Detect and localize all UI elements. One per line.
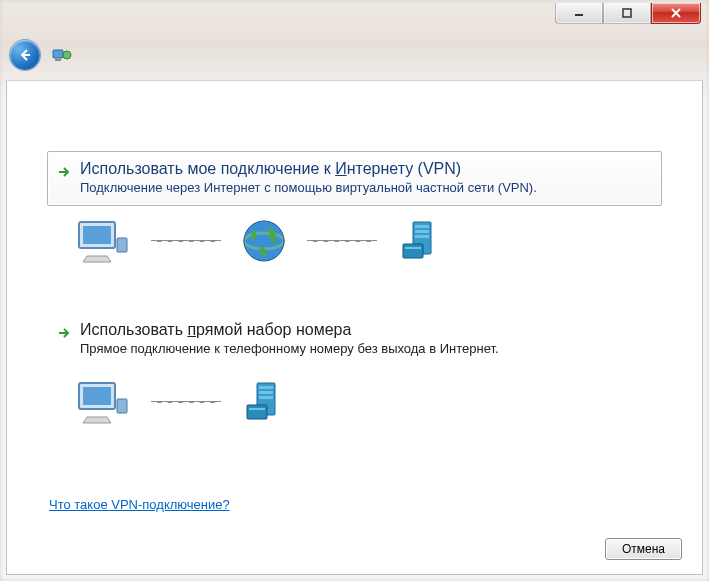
svg-rect-23: [259, 396, 273, 399]
window-controls: [555, 3, 701, 25]
svg-rect-15: [403, 244, 423, 258]
option-vpn-desc: Подключение через Интернет с помощью вир…: [80, 180, 537, 195]
arrow-right-icon: [56, 164, 72, 180]
option-dialup[interactable]: Использовать прямой набор номера Прямое …: [47, 312, 662, 367]
svg-rect-0: [575, 14, 583, 16]
globe-icon: [239, 216, 289, 266]
arrow-left-icon: [17, 47, 33, 63]
close-button[interactable]: [651, 3, 701, 24]
svg-rect-18: [83, 387, 111, 405]
cancel-button[interactable]: Отмена: [605, 538, 682, 560]
arrow-right-icon: [56, 325, 72, 341]
computer-icon: [73, 377, 133, 427]
connector-line: [307, 240, 377, 242]
server-icon: [395, 216, 445, 266]
connector-line: [151, 240, 221, 242]
svg-rect-22: [259, 391, 273, 394]
svg-rect-25: [249, 408, 265, 410]
back-button[interactable]: [10, 40, 40, 70]
connector-line: [151, 401, 221, 403]
svg-rect-1: [623, 9, 631, 17]
svg-rect-16: [405, 247, 421, 249]
wizard-panel: Использовать мое подключение к Интернету…: [6, 80, 703, 575]
svg-rect-14: [415, 235, 429, 238]
svg-rect-19: [117, 399, 127, 413]
computer-icon: [73, 216, 133, 266]
option-dialup-title: Использовать прямой набор номера: [80, 321, 499, 339]
svg-rect-7: [117, 238, 127, 252]
diagram-vpn: [47, 206, 662, 272]
option-dialup-desc: Прямое подключение к телефонному номеру …: [80, 341, 499, 356]
svg-point-4: [63, 51, 71, 59]
diagram-dialup: [47, 367, 662, 433]
svg-rect-21: [259, 386, 273, 389]
svg-rect-6: [83, 226, 111, 244]
maximize-button[interactable]: [603, 3, 651, 24]
minimize-button[interactable]: [555, 3, 603, 24]
svg-rect-2: [53, 50, 63, 58]
wizard-icon: [52, 46, 72, 64]
svg-rect-12: [415, 225, 429, 228]
svg-rect-13: [415, 230, 429, 233]
svg-rect-3: [55, 59, 61, 61]
nav-bar: [10, 40, 72, 70]
option-vpn-title: Использовать мое подключение к Интернету…: [80, 160, 537, 178]
option-vpn[interactable]: Использовать мое подключение к Интернету…: [47, 151, 662, 206]
help-link[interactable]: Что такое VPN-подключение?: [49, 497, 230, 512]
server-icon: [239, 377, 289, 427]
svg-rect-24: [247, 405, 267, 419]
